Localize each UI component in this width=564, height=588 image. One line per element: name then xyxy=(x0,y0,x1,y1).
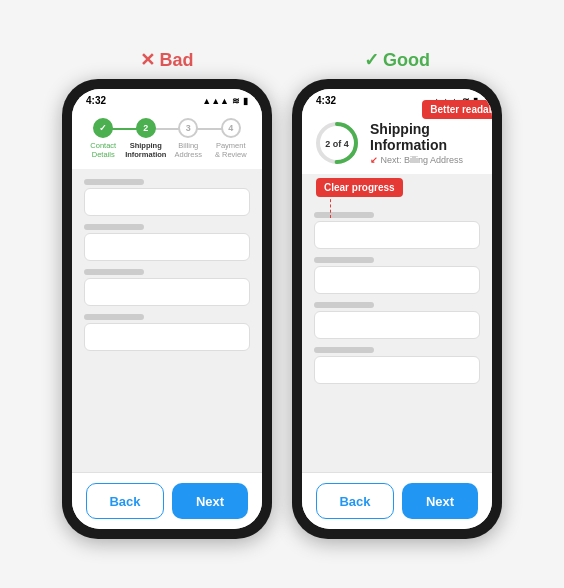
good-field-3 xyxy=(314,302,480,339)
main-container: ✕ Bad 4:32 ▲▲▲ ≋ ▮ ✓ xyxy=(42,29,522,559)
good-label-3 xyxy=(314,302,374,308)
good-label-4 xyxy=(314,347,374,353)
step-3: 3 BillingAddress xyxy=(167,118,210,159)
bad-next-button[interactable]: Next xyxy=(172,483,248,519)
bad-label-4 xyxy=(84,314,144,320)
bad-screen: 4:32 ▲▲▲ ≋ ▮ ✓ ContactDetails xyxy=(72,89,262,529)
bad-content xyxy=(72,169,262,472)
bad-field-4 xyxy=(84,314,250,351)
good-input-2[interactable] xyxy=(314,266,480,294)
clear-progress-annotation: Clear progress xyxy=(316,178,403,197)
good-field-4 xyxy=(314,347,480,384)
bad-label-3 xyxy=(84,269,144,275)
step-4-label: Payment& Review xyxy=(215,141,247,159)
bad-mark: ✕ xyxy=(140,49,155,71)
bad-status-bar: 4:32 ▲▲▲ ≋ ▮ xyxy=(72,89,262,110)
bad-phone: 4:32 ▲▲▲ ≋ ▮ ✓ ContactDetails xyxy=(62,79,272,539)
good-bottom-bar: Back Next xyxy=(302,472,492,529)
signal-icon: ▲▲▲ xyxy=(202,96,229,106)
good-header-sub: ↙ Next: Billing Address xyxy=(370,155,480,165)
step-1-label: ContactDetails xyxy=(90,141,116,159)
bad-time: 4:32 xyxy=(86,95,106,106)
bad-label: ✕ Bad xyxy=(140,49,193,71)
good-screen: 4:32 ▲▲▲ ≋ ▮ 2 of 4 xyxy=(302,89,492,529)
bad-input-3[interactable] xyxy=(84,278,250,306)
wifi-icon: ≋ xyxy=(232,96,240,106)
good-field-2 xyxy=(314,257,480,294)
good-field-1 xyxy=(314,212,480,249)
circular-progress: 2 of 4 xyxy=(314,120,360,166)
step-3-circle: 3 xyxy=(178,118,198,138)
bad-column: ✕ Bad 4:32 ▲▲▲ ≋ ▮ ✓ xyxy=(62,49,272,539)
good-label: ✓ Good xyxy=(364,49,430,71)
step-4-circle: 4 xyxy=(221,118,241,138)
good-input-4[interactable] xyxy=(314,356,480,384)
bad-label-2 xyxy=(84,224,144,230)
bad-status-icons: ▲▲▲ ≋ ▮ xyxy=(202,96,248,106)
step-4: 4 Payment& Review xyxy=(210,118,253,159)
better-readability-annotation: Better readability xyxy=(422,100,492,119)
good-input-1[interactable] xyxy=(314,221,480,249)
bad-input-2[interactable] xyxy=(84,233,250,261)
bad-bottom-bar: Back Next xyxy=(72,472,262,529)
good-time: 4:32 xyxy=(316,95,336,106)
good-header-title: Shipping Information xyxy=(370,121,480,153)
step-1-circle: ✓ xyxy=(93,118,113,138)
bad-steps-bar: ✓ ContactDetails 2 ShippingInformation 3 xyxy=(72,110,262,169)
bad-input-4[interactable] xyxy=(84,323,250,351)
bad-field-2 xyxy=(84,224,250,261)
step-3-label: BillingAddress xyxy=(174,141,202,159)
bad-field-3 xyxy=(84,269,250,306)
bad-input-1[interactable] xyxy=(84,188,250,216)
good-mark: ✓ xyxy=(364,49,379,71)
bad-field-1 xyxy=(84,179,250,216)
battery-icon: ▮ xyxy=(243,96,248,106)
good-header-text: Shipping Information ↙ Next: Billing Add… xyxy=(370,121,480,165)
good-back-button[interactable]: Back xyxy=(316,483,394,519)
good-column: ✓ Good 4:32 ▲▲▲ ≋ ▮ xyxy=(292,49,502,539)
step-1: ✓ ContactDetails xyxy=(82,118,125,159)
step-2-label: ShippingInformation xyxy=(125,141,166,159)
svg-text:2 of 4: 2 of 4 xyxy=(325,139,349,149)
good-label-1 xyxy=(314,212,374,218)
good-content xyxy=(302,202,492,472)
good-label-2 xyxy=(314,257,374,263)
step-2-circle: 2 xyxy=(136,118,156,138)
step-2: 2 ShippingInformation xyxy=(125,118,168,159)
good-header: 2 of 4 Shipping Information ↙ Next: Bill… xyxy=(302,110,492,174)
good-phone: 4:32 ▲▲▲ ≋ ▮ 2 of 4 xyxy=(292,79,502,539)
good-next-button[interactable]: Next xyxy=(402,483,478,519)
good-input-3[interactable] xyxy=(314,311,480,339)
bad-label-1 xyxy=(84,179,144,185)
bad-back-button[interactable]: Back xyxy=(86,483,164,519)
